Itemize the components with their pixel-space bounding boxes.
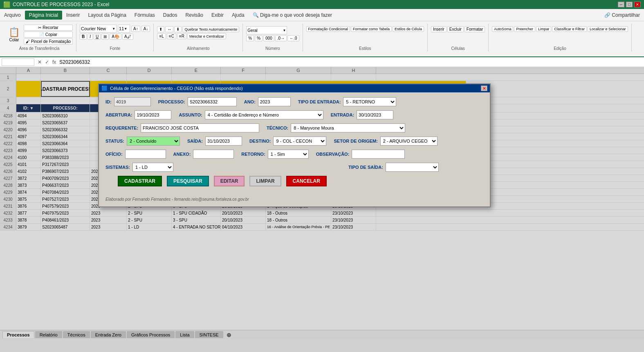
bold-button[interactable]: B <box>80 34 87 40</box>
sort-filter-button[interactable]: Classificar e Filtrar <box>552 26 587 32</box>
copy-button[interactable]: 📄 Copiar <box>24 31 73 38</box>
format-table-button[interactable]: Formatar como Tabela <box>351 26 392 32</box>
menu-layout[interactable]: Layout da Página <box>84 11 130 20</box>
ribbon-group-font: Courier New ▼ 11 ▼ A↑ A↓ B I U ⊞ A🎨 <box>76 24 154 52</box>
alignment-label: Alinhamento <box>187 45 210 51</box>
status-select[interactable]: 2 - Concluído <box>127 137 180 146</box>
align-bottom-button[interactable]: ⬇ <box>174 26 182 32</box>
cells-label: Células <box>451 45 464 51</box>
number-format-box[interactable]: Geral ▼ <box>246 26 287 34</box>
dialog-close-button[interactable]: ✕ <box>481 85 487 91</box>
menu-inserir[interactable]: Inserir <box>62 11 84 20</box>
cancel-formula-icon[interactable]: ✕ <box>36 59 43 65</box>
menu-dados[interactable]: Dados <box>159 11 182 20</box>
menu-pagina-inicial[interactable]: Página Inicial <box>25 11 62 20</box>
menu-arquivo[interactable]: Arquivo <box>0 11 25 20</box>
editar-button[interactable]: EDITAR <box>214 176 245 186</box>
form-group-tecnico: TÉCNICO: 8 - Maryvone Moura <box>267 123 405 132</box>
font-name-box[interactable]: Courier New ▼ <box>80 25 117 33</box>
name-box[interactable] <box>2 58 34 66</box>
autosum-button[interactable]: AutoSoma <box>492 26 513 32</box>
formula-bar: ✕ ✓ fx <box>0 57 644 67</box>
id-input[interactable] <box>114 97 151 106</box>
align-top-button[interactable]: ⬆ <box>157 26 164 32</box>
retorno-select[interactable]: 1 - Sim <box>268 150 309 159</box>
insert-cells-button[interactable]: Inserir <box>431 26 447 32</box>
abertura-input[interactable] <box>135 110 171 119</box>
confirm-formula-icon[interactable]: ✓ <box>43 59 51 65</box>
merge-center-button[interactable]: Mesclar e Centralizar <box>187 33 226 39</box>
cell-styles-button[interactable]: Estilos de Célula <box>393 26 424 32</box>
processo-input[interactable] <box>188 97 237 106</box>
menu-revisao[interactable]: Revisão <box>182 11 207 20</box>
tipo-entrada-select[interactable]: 5 - RETORNO <box>343 97 396 106</box>
conditional-format-button[interactable]: Formatação Condicional <box>306 26 350 32</box>
anexo-input[interactable] <box>193 150 234 159</box>
increase-decimal-button[interactable]: .0→ <box>275 35 287 41</box>
insert-function-icon[interactable]: fx <box>51 59 58 65</box>
title-bar-left: 🟩 CONTROLE DE PROCESSOS 2023 - Excel <box>3 1 109 8</box>
close-button[interactable]: ✕ <box>634 2 641 7</box>
dialog-buttons-row: CADASTRAR PESQUISAR EDITAR LIMPAR CANCEL… <box>105 176 483 186</box>
setor-origem-select[interactable]: 2 - ARQUIVO CEGEO <box>380 137 438 146</box>
tipo-saida-select[interactable] <box>386 163 439 172</box>
percent-button[interactable]: % <box>255 35 263 41</box>
italic-button[interactable]: I <box>88 34 93 40</box>
font-color-button[interactable]: A🖊 <box>122 34 133 40</box>
border-button[interactable]: ⊞ <box>101 34 109 40</box>
restore-button[interactable]: □ <box>626 2 633 7</box>
footer-text: Elaborado por Fernando Fernandes - ferna… <box>105 197 249 202</box>
underline-button[interactable]: U <box>94 34 101 40</box>
align-middle-button[interactable]: ↔ <box>165 26 173 32</box>
wrap-text-button[interactable]: Quebrar Texto Automaticamente <box>182 26 239 32</box>
tipo-saida-label: TIPO DE SAÍDA: <box>348 165 383 170</box>
assunto-select[interactable]: 4 - Certidão de Endereço e Número <box>205 110 323 119</box>
find-select-button[interactable]: Localizar e Selecionar <box>588 26 628 32</box>
saida-input[interactable] <box>205 137 242 146</box>
menu-formulas[interactable]: Fórmulas <box>130 11 159 20</box>
minimize-button[interactable]: ─ <box>618 2 624 7</box>
clipboard-label: Área de Transferência <box>19 45 59 51</box>
cut-button[interactable]: ✂ Recortar <box>24 25 73 31</box>
observacao-input[interactable] <box>352 150 405 159</box>
menu-search[interactable]: 🔍 Diga-me o que você deseja fazer <box>249 11 336 20</box>
menu-compartilhar[interactable]: 🔗 Compartilhar <box>600 11 644 20</box>
pesquisar-button[interactable]: PESQUISAR <box>167 176 209 186</box>
clear-button[interactable]: Limpar <box>536 26 552 32</box>
tipo-entrada-label: TIPO DE ENTRADA: <box>298 99 341 104</box>
fill-button[interactable]: Preencher <box>514 26 535 32</box>
menu-ajuda[interactable]: Ajuda <box>228 11 249 20</box>
align-right-button[interactable]: ≡R <box>177 33 186 39</box>
format-cells-button[interactable]: Formatar <box>464 26 485 32</box>
fill-color-button[interactable]: A🎨 <box>110 34 121 40</box>
decrease-font-button[interactable]: A↓ <box>141 26 150 32</box>
anexo-label: ANEXO: <box>173 152 191 157</box>
form-row-2: ABERTURA: ASSUNTO: 4 - Certidão de Ender… <box>105 110 483 119</box>
font-size-box[interactable]: 11 ▼ <box>118 25 130 33</box>
form-group-abertura: ABERTURA: <box>105 110 171 119</box>
title-bar-controls: ─ □ ✕ <box>618 2 641 7</box>
cadastrar-button[interactable]: CADASTRAR <box>118 176 162 186</box>
formula-input[interactable] <box>58 59 642 65</box>
ano-input[interactable] <box>258 97 291 106</box>
currency-button[interactable]: % <box>246 35 254 41</box>
format-painter-button[interactable]: 🖌 Pincel de Formatação <box>24 38 73 45</box>
destino-select[interactable]: 9 - COL - CECON <box>273 137 326 146</box>
align-center-button[interactable]: ≡C <box>167 33 176 39</box>
comma-button[interactable]: 000 <box>263 35 274 41</box>
form-group-saida: SAÍDA: <box>187 137 242 146</box>
sistemas-select[interactable]: 1 - LD <box>132 163 173 172</box>
delete-cells-button[interactable]: Excluir <box>447 26 464 32</box>
tecnico-select[interactable]: 8 - Maryvone Moura <box>291 123 405 132</box>
entrada-input[interactable] <box>357 110 393 119</box>
oficio-input[interactable] <box>125 150 166 159</box>
limpar-button[interactable]: LIMPAR <box>249 176 281 186</box>
menu-exibir[interactable]: Exibir <box>207 11 228 20</box>
align-left-button[interactable]: ≡L <box>157 33 166 39</box>
tecnico-label: TÉCNICO: <box>267 126 288 130</box>
requerente-input[interactable] <box>141 123 259 132</box>
decrease-decimal-button[interactable]: ←.0 <box>287 35 299 41</box>
paste-button[interactable]: 📋 Colar <box>6 26 22 44</box>
increase-font-button[interactable]: A↑ <box>131 26 140 32</box>
cancelar-button[interactable]: CANCELAR <box>286 176 327 186</box>
